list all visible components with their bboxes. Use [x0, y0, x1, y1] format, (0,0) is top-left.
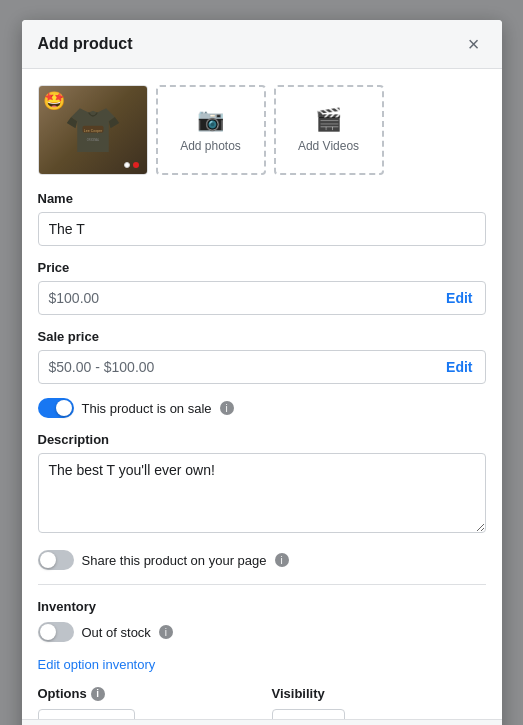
visibility-col: Visibility Public ▼ — [272, 686, 486, 719]
out-of-stock-row: Out of stock i — [38, 622, 486, 642]
price-value: $100.00 — [39, 282, 435, 314]
name-label: Name — [38, 191, 486, 206]
sale-price-field-group: Sale price $50.00 - $100.00 Edit — [38, 329, 486, 384]
sale-price-input-row: $50.00 - $100.00 Edit — [38, 350, 486, 384]
add-video-icon: 🎬 — [315, 107, 342, 133]
emoji-overlay: 🤩 — [43, 90, 65, 112]
options-info-icon[interactable]: i — [91, 687, 105, 701]
add-photos-button[interactable]: 📷 Add photos — [156, 85, 266, 175]
add-product-modal: Add product × — [22, 20, 502, 725]
modal-footer: Cancel Save — [22, 719, 502, 725]
price-label: Price — [38, 260, 486, 275]
out-of-stock-thumb — [40, 624, 56, 640]
price-input-row: $100.00 Edit — [38, 281, 486, 315]
price-field-group: Price $100.00 Edit — [38, 260, 486, 315]
on-sale-label: This product is on sale — [82, 401, 212, 416]
on-sale-toggle-row: This product is on sale i — [38, 398, 486, 418]
edit-option-inventory-link[interactable]: Edit option inventory — [38, 657, 156, 672]
description-field-group: Description The best T you'll ever own! — [38, 432, 486, 536]
dot-2 — [133, 162, 139, 168]
description-input[interactable]: The best T you'll ever own! — [38, 453, 486, 533]
modal-body: Lee Cooper ORIGINAL 🤩 📷 Add photos — [22, 69, 502, 719]
options-col-label: Options i — [38, 686, 252, 701]
sale-price-value: $50.00 - $100.00 — [39, 351, 435, 383]
name-input[interactable] — [38, 212, 486, 246]
out-of-stock-info-icon[interactable]: i — [159, 625, 173, 639]
out-of-stock-toggle[interactable] — [38, 622, 74, 642]
add-videos-label: Add Videos — [298, 139, 359, 153]
options-label-text: Options — [38, 686, 87, 701]
on-sale-toggle[interactable] — [38, 398, 74, 418]
visibility-label-text: Visibility — [272, 686, 325, 701]
photo-dots — [124, 162, 139, 168]
on-sale-info-icon[interactable]: i — [220, 401, 234, 415]
out-of-stock-track[interactable] — [38, 622, 74, 642]
modal-header: Add product × — [22, 20, 502, 69]
price-edit-button[interactable]: Edit — [434, 282, 484, 314]
photo-section: Lee Cooper ORIGINAL 🤩 📷 Add photos — [38, 85, 486, 175]
share-toggle-row: Share this product on your page i — [38, 550, 486, 570]
visibility-select-button[interactable]: Public ▼ — [272, 709, 345, 719]
name-field-group: Name — [38, 191, 486, 246]
modal-title: Add product — [38, 35, 133, 53]
share-label: Share this product on your page — [82, 553, 267, 568]
edit-options-button[interactable]: Edit options — [38, 709, 136, 719]
divider-1 — [38, 584, 486, 585]
share-toggle[interactable] — [38, 550, 74, 570]
options-col: Options i Edit options — [38, 686, 252, 719]
share-toggle-thumb — [40, 552, 56, 568]
close-button[interactable]: × — [462, 32, 486, 56]
main-photo-container: Lee Cooper ORIGINAL 🤩 — [38, 85, 148, 175]
visibility-col-label: Visibility — [272, 686, 486, 701]
sale-price-label: Sale price — [38, 329, 486, 344]
share-toggle-track[interactable] — [38, 550, 74, 570]
dot-1 — [124, 162, 130, 168]
visibility-value: Public — [283, 717, 318, 719]
svg-text:ORIGINAL: ORIGINAL — [86, 138, 99, 142]
sale-price-edit-button[interactable]: Edit — [434, 351, 484, 383]
share-info-icon[interactable]: i — [275, 553, 289, 567]
description-label: Description — [38, 432, 486, 447]
add-videos-button[interactable]: 🎬 Add Videos — [274, 85, 384, 175]
svg-text:Lee Cooper: Lee Cooper — [83, 129, 102, 133]
toggle-track[interactable] — [38, 398, 74, 418]
toggle-thumb — [56, 400, 72, 416]
out-of-stock-label: Out of stock — [82, 625, 151, 640]
add-photo-icon: 📷 — [197, 107, 224, 133]
options-visibility-row: Options i Edit options Visibility Public… — [38, 686, 486, 719]
add-photos-label: Add photos — [180, 139, 241, 153]
tshirt-graphic: Lee Cooper ORIGINAL — [58, 95, 128, 165]
inventory-label: Inventory — [38, 599, 486, 614]
